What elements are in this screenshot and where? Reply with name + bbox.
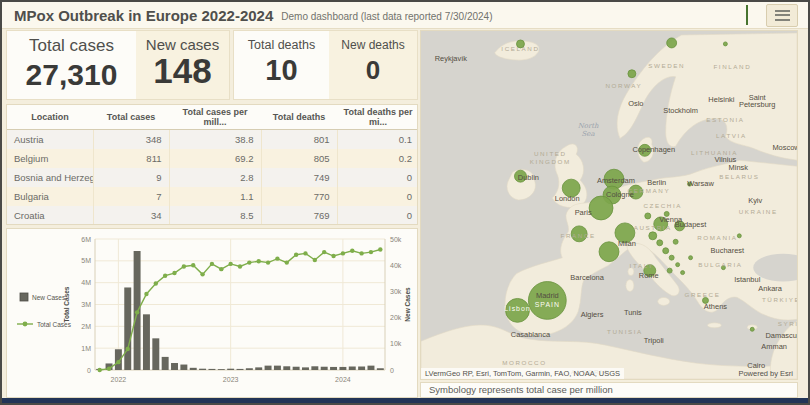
new-cases-bar xyxy=(274,366,281,370)
column-header[interactable]: Total cases xyxy=(93,105,169,130)
table-cell: 1.1 xyxy=(169,187,261,206)
x-axis-tick: 2022 xyxy=(111,376,127,383)
table-cell: Bulgaria xyxy=(7,187,93,206)
column-header[interactable]: Total deaths xyxy=(261,105,337,130)
table-row[interactable]: Austria34838.88010.1 xyxy=(7,130,418,150)
new-cases-bar xyxy=(293,367,300,370)
kpi-value: 27,310 xyxy=(7,59,136,91)
new-cases-bar xyxy=(162,357,169,370)
case-circle[interactable] xyxy=(673,239,678,244)
map-label: LATVIA xyxy=(716,132,747,139)
left-axis-tick: 4M xyxy=(81,279,91,286)
total-cases-point xyxy=(191,263,195,267)
kpi-row: Total cases 27,310 New cases 148 Total d… xyxy=(6,30,418,100)
right-axis-tick: 40k xyxy=(390,262,402,269)
table-row[interactable]: Bulgaria71.17700 xyxy=(7,187,418,206)
map-label: AUSTRIA xyxy=(634,224,672,231)
total-cases-point xyxy=(135,310,139,314)
kpi-label: Total cases xyxy=(7,36,136,56)
case-circle[interactable] xyxy=(750,327,754,331)
new-cases-bar xyxy=(367,366,374,370)
left-axis-tick: 0 xyxy=(87,367,91,374)
table-cell: 348 xyxy=(93,130,169,150)
map-label: GERMANY xyxy=(627,187,670,194)
case-circle[interactable] xyxy=(669,255,674,260)
table-row[interactable]: Belgium81169.28050.2 xyxy=(7,149,418,168)
total-cases-point xyxy=(322,250,326,254)
case-circle[interactable] xyxy=(663,248,669,254)
case-circle[interactable] xyxy=(657,240,663,246)
case-circle[interactable] xyxy=(737,234,741,238)
table-cell: 801 xyxy=(261,130,337,150)
table-cell: 0.2 xyxy=(337,149,418,168)
table-cell: Croatia xyxy=(7,206,93,225)
left-axis-tick: 1M xyxy=(81,345,91,352)
case-circle[interactable] xyxy=(649,232,657,240)
case-circle[interactable] xyxy=(628,70,636,78)
page-subtitle: Demo dashboard (last data reported 7/30/… xyxy=(281,11,492,22)
map-caption: Symbology represents total case per mill… xyxy=(420,382,798,398)
case-circle[interactable] xyxy=(599,242,619,262)
map-label: Bucharest xyxy=(711,246,745,255)
total-cases-point xyxy=(210,262,214,266)
map-label: Amsterdam xyxy=(597,176,635,185)
table-row[interactable]: Bosnia and Herzeg...92.87490 xyxy=(7,168,418,187)
map-label: Madrid xyxy=(536,291,559,300)
total-cases-point xyxy=(154,281,158,285)
case-circle[interactable] xyxy=(689,256,693,260)
map-label: FRANCE xyxy=(561,232,596,239)
column-header[interactable]: Total deaths per mi... xyxy=(337,105,418,130)
header-right xyxy=(746,2,808,28)
kpi-total-deaths: Total deaths 10 xyxy=(234,31,329,99)
map-label: UKRAINE xyxy=(739,208,778,215)
table-cell: 38.8 xyxy=(169,130,261,150)
x-axis-tick: 2023 xyxy=(223,376,239,383)
map-label: Berlin xyxy=(647,178,666,187)
case-circle[interactable] xyxy=(723,42,727,46)
total-cases-point xyxy=(116,360,120,364)
table-cell: Belgium xyxy=(7,149,93,168)
case-circle[interactable] xyxy=(681,271,685,275)
case-circle[interactable] xyxy=(667,268,672,273)
case-circle[interactable] xyxy=(676,263,680,267)
kpi-total-cases: Total cases 27,310 xyxy=(7,31,136,99)
new-cases-bar xyxy=(190,368,197,370)
map-label: Rome xyxy=(639,271,659,280)
case-circle[interactable] xyxy=(589,196,613,220)
map-label: GREECE xyxy=(685,291,721,298)
column-header[interactable]: Location xyxy=(7,105,93,130)
map-label: SPAIN xyxy=(535,301,560,308)
europe-map[interactable]: ICELANDReykjavíkNORWAYOsloSWEDENFINLANDS… xyxy=(420,30,798,380)
map-label: MOROCCO xyxy=(502,359,546,366)
map-label: Minsk xyxy=(729,163,749,172)
case-circle[interactable] xyxy=(645,213,651,219)
table-cell: 805 xyxy=(261,149,337,168)
new-cases-bar xyxy=(358,367,365,370)
case-circle[interactable] xyxy=(667,38,677,48)
total-cases-point xyxy=(350,249,354,253)
table-cell: 0 xyxy=(337,168,418,187)
new-cases-bar xyxy=(330,367,337,370)
new-cases-bar xyxy=(302,367,309,370)
map-label: ITALY xyxy=(630,262,654,269)
legend-swatch-new-cases xyxy=(20,293,28,301)
table-header-row: LocationTotal casesTotal cases per mill.… xyxy=(7,105,418,130)
map-label: BULGARIA xyxy=(698,261,742,268)
map-label: Oslo xyxy=(628,99,643,108)
right-axis-title: New Cases xyxy=(404,287,411,322)
map-canvas[interactable]: ICELANDReykjavíkNORWAYOsloSWEDENFINLANDS… xyxy=(421,31,797,379)
table-cell: 0 xyxy=(337,187,418,206)
total-cases-point xyxy=(172,271,176,275)
map-label: Paris xyxy=(575,208,592,217)
total-cases-point xyxy=(228,262,232,266)
legend-label: Total Cases xyxy=(37,321,72,328)
total-cases-point xyxy=(238,264,242,268)
map-label: Tripoli xyxy=(644,336,664,345)
table-row[interactable]: Croatia348.57690 xyxy=(7,206,418,225)
column-header[interactable]: Total cases per mill... xyxy=(169,105,261,130)
map-label: NorthSea xyxy=(578,122,599,137)
hamburger-menu-icon[interactable] xyxy=(766,4,798,27)
total-cases-point xyxy=(378,247,382,251)
right-axis-tick: 20k xyxy=(390,314,402,321)
left-axis-title: Total Cases xyxy=(63,286,70,322)
